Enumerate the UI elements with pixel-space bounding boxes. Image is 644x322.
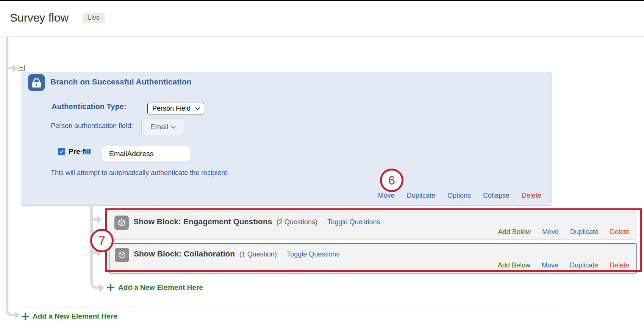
move-link[interactable]: Move bbox=[542, 228, 559, 236]
flow-arrow-icon bbox=[15, 311, 20, 319]
auth-type-select[interactable]: Person Field bbox=[147, 103, 204, 114]
chevron-down-icon bbox=[195, 105, 200, 110]
flow-connector-line bbox=[6, 37, 8, 304]
lock-icon bbox=[28, 74, 45, 91]
show-block-row-collaboration[interactable]: Show Block: Collaboration (1 Question) T… bbox=[109, 243, 637, 274]
move-link[interactable]: Move bbox=[542, 261, 558, 269]
flow-arrow-icon bbox=[13, 64, 18, 73]
options-link[interactable]: Options bbox=[447, 192, 471, 200]
plus-icon bbox=[22, 313, 29, 320]
branch-collapse-toggle[interactable] bbox=[19, 65, 25, 71]
add-element-label: Add a New Element Here bbox=[118, 283, 203, 292]
page-title: Survey flow bbox=[10, 11, 69, 24]
flow-connector-corner bbox=[6, 303, 16, 316]
show-block-row-engagement[interactable]: Show Block: Engagement Questions (2 Ques… bbox=[109, 211, 637, 240]
flow-arrow-icon bbox=[97, 249, 102, 257]
prefill-label: Pre-fill bbox=[69, 147, 91, 156]
flow-connector-line bbox=[90, 251, 97, 254]
plus-icon bbox=[107, 284, 114, 291]
flow-connector-corner bbox=[90, 277, 100, 289]
chevron-down-icon bbox=[171, 124, 176, 129]
collapse-link[interactable]: Collapse bbox=[483, 192, 510, 200]
branch-actions: Move Duplicate Options Collapse Delete bbox=[378, 192, 541, 200]
duplicate-link[interactable]: Duplicate bbox=[407, 192, 435, 200]
person-field-dropdown[interactable]: Email bbox=[141, 119, 184, 135]
block-cube-icon bbox=[114, 216, 129, 230]
flow-connector-line bbox=[6, 67, 13, 69]
survey-flow-page: Survey flow Live Branch on Successful Au… bbox=[0, 0, 644, 322]
person-field-selected-value: Email bbox=[150, 123, 169, 131]
toggle-questions-link[interactable]: Toggle Questions bbox=[327, 218, 380, 226]
auth-info-text: This will attempt to automatically authe… bbox=[51, 169, 229, 177]
add-below-link[interactable]: Add Below bbox=[498, 261, 530, 269]
add-element-label: Add a New Element Here bbox=[33, 312, 117, 320]
flow-arrow-icon bbox=[97, 216, 102, 224]
minus-icon bbox=[20, 67, 23, 68]
move-link[interactable]: Move bbox=[378, 192, 395, 200]
add-below-link[interactable]: Add Below bbox=[498, 228, 531, 236]
duplicate-link[interactable]: Duplicate bbox=[570, 228, 599, 236]
delete-link[interactable]: Delete bbox=[522, 192, 541, 200]
delete-link[interactable]: Delete bbox=[610, 228, 630, 236]
branch-title: Branch on Successful Authentication bbox=[50, 77, 192, 86]
auth-type-selected-value: Person Field bbox=[152, 105, 191, 113]
add-element-link-inner[interactable]: Add a New Element Here bbox=[107, 283, 203, 292]
auth-type-label: Authentication Type: bbox=[52, 102, 126, 111]
block-question-count: (2 Questions) bbox=[277, 218, 317, 226]
duplicate-link[interactable]: Duplicate bbox=[570, 261, 598, 269]
branch-panel: Branch on Successful Authentication Auth… bbox=[21, 72, 552, 206]
window-top-border bbox=[0, 0, 644, 1]
add-element-link-bottom[interactable]: Add a New Element Here bbox=[22, 312, 117, 320]
delete-link[interactable]: Delete bbox=[610, 261, 629, 269]
header-divider bbox=[0, 36, 644, 37]
status-badge: Live bbox=[83, 13, 105, 23]
block-title: Show Block: Collaboration bbox=[134, 249, 235, 258]
block-cube-icon bbox=[115, 248, 129, 262]
block-question-count: (1 Question) bbox=[239, 250, 277, 258]
prefill-input[interactable] bbox=[102, 146, 191, 161]
block-title: Show Block: Engagement Questions bbox=[133, 217, 272, 226]
check-icon bbox=[59, 149, 63, 153]
toggle-questions-link[interactable]: Toggle Questions bbox=[287, 250, 339, 258]
flow-connector-line bbox=[90, 218, 97, 221]
flow-arrow-icon bbox=[99, 284, 105, 292]
section-separator bbox=[21, 308, 553, 308]
person-field-label: Person authentication field: bbox=[51, 122, 133, 130]
prefill-checkbox[interactable] bbox=[58, 148, 65, 155]
